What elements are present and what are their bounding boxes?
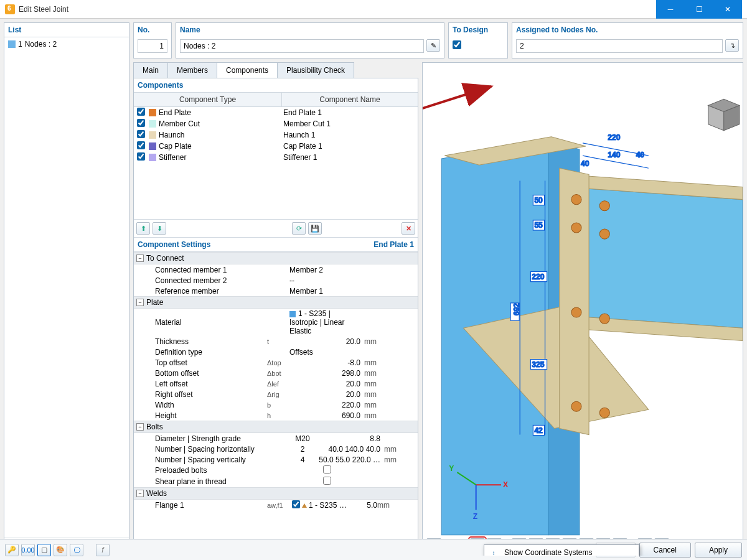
color-button[interactable]: 🎨 <box>54 544 67 556</box>
svg-text:220: 220 <box>608 133 620 142</box>
collapse-icon[interactable]: − <box>136 299 144 306</box>
components-table: Component Type Component Name End Plate … <box>134 93 418 220</box>
component-checkbox[interactable] <box>137 141 145 149</box>
color-swatch <box>149 131 156 139</box>
to-design-checkbox[interactable] <box>453 40 461 49</box>
svg-text:55: 55 <box>534 221 543 230</box>
move-up-button[interactable]: ⬆ <box>136 222 150 235</box>
edit-name-button[interactable]: ✎ <box>426 39 440 52</box>
nodes-input[interactable] <box>516 39 723 53</box>
table-row[interactable]: Stiffener Stiffener 1 <box>134 152 418 163</box>
save-button[interactable]: 💾 <box>308 222 322 235</box>
nodes-label: Assigned to Nodes No. <box>516 26 739 34</box>
property-checkbox[interactable] <box>323 477 331 485</box>
tab-components[interactable]: Components <box>217 62 278 78</box>
refresh-button[interactable]: ⟳ <box>292 222 306 235</box>
svg-text:50: 50 <box>534 196 543 205</box>
list-panel: List 1 Nodes : 2 ✳ ❐ ⇅ ▾ ✕ <box>4 22 129 556</box>
table-row[interactable]: Haunch Haunch 1 <box>134 129 418 141</box>
no-field-box: No. <box>133 22 172 58</box>
property-row[interactable]: Diameter | Strength gradeM208.8 <box>134 433 418 444</box>
delete-component-button[interactable]: ✕ <box>402 222 415 235</box>
color-swatch <box>149 142 156 150</box>
svg-text:692: 692 <box>512 303 521 315</box>
menu-show-coord-systems[interactable]: ↕ Show Coordinate Systems <box>484 545 639 556</box>
units-button[interactable]: 🔑 <box>5 544 19 556</box>
property-row[interactable]: Widthb220.0mm <box>134 399 418 410</box>
tab-main[interactable]: Main <box>133 62 168 78</box>
pick-nodes-button[interactable]: ↴ <box>725 39 739 52</box>
property-row[interactable]: Definition typeOffsets <box>134 347 418 357</box>
list-item[interactable]: 1 Nodes : 2 <box>6 39 128 50</box>
display-options-menu: ↕ Show Coordinate Systems ⟷ Show Dimensi… <box>484 544 639 556</box>
collapse-icon[interactable]: − <box>136 490 144 497</box>
collapse-icon[interactable]: − <box>136 423 144 431</box>
svg-point-11 <box>599 229 609 239</box>
property-row[interactable]: Thicknesst20.0mm <box>134 336 418 347</box>
no-label: No. <box>138 26 167 34</box>
component-checkbox[interactable] <box>137 152 145 161</box>
name-field-box: Name ✎ <box>176 22 444 58</box>
color-swatch <box>149 120 156 128</box>
cancel-button[interactable]: Cancel <box>639 543 691 558</box>
property-checkbox[interactable] <box>323 465 331 474</box>
svg-text:40: 40 <box>581 159 590 168</box>
color-swatch <box>149 154 156 161</box>
property-row[interactable]: Number | Spacing horizontally240.0 140.0… <box>134 444 418 454</box>
to-design-label: To Design <box>453 26 504 34</box>
name-label: Name <box>180 26 440 34</box>
collapse-icon[interactable]: − <box>136 254 144 262</box>
property-row[interactable]: Number | Spacing vertically450.0 55.0 22… <box>134 454 418 465</box>
svg-text:X: X <box>503 480 508 489</box>
property-row[interactable]: Top offsetΔtop-8.0mm <box>134 357 418 368</box>
svg-line-18 <box>583 156 595 158</box>
svg-text:40: 40 <box>636 151 645 159</box>
table-row[interactable]: Cap Plate Cap Plate 1 <box>134 141 418 152</box>
svg-text:Z: Z <box>473 512 478 521</box>
svg-text:220: 220 <box>532 273 544 281</box>
name-input[interactable] <box>180 39 424 53</box>
function-button[interactable]: f <box>96 544 110 556</box>
color-swatch <box>149 109 156 116</box>
group-header[interactable]: −To Connect <box>134 252 418 264</box>
property-row[interactable]: Preloaded bolts <box>134 465 418 476</box>
display-button[interactable]: 🖵 <box>70 544 83 556</box>
property-row[interactable]: Bottom offsetΔbot298.0mm <box>134 368 418 378</box>
svg-point-12 <box>571 307 581 317</box>
table-row[interactable]: End Plate End Plate 1 <box>134 107 418 118</box>
window-title: Edit Steel Joint <box>19 5 68 14</box>
property-row[interactable]: Connected member 1Member 2 <box>134 264 418 275</box>
svg-point-8 <box>571 195 581 205</box>
decimals-button[interactable]: 0.00 <box>21 544 35 556</box>
property-row[interactable]: Shear plane in thread <box>134 476 418 487</box>
group-header[interactable]: −Bolts <box>134 421 418 433</box>
component-checkbox[interactable] <box>137 108 145 116</box>
close-button[interactable]: ✕ <box>713 0 742 19</box>
group-header[interactable]: −Plate <box>134 296 418 309</box>
maximize-button[interactable]: ☐ <box>685 0 713 19</box>
to-design-box: To Design <box>448 22 508 58</box>
settings-grid[interactable]: −To ConnectConnected member 1Member 2Con… <box>134 252 418 544</box>
property-row[interactable]: Right offsetΔrig20.0mm <box>134 389 418 399</box>
component-checkbox[interactable] <box>137 119 145 127</box>
tab-plausibility[interactable]: Plausibility Check <box>277 62 354 78</box>
axes-icon: ↕ <box>488 548 499 556</box>
property-row[interactable]: Heighth690.0mm <box>134 410 418 421</box>
property-row[interactable]: Flange 1aw,f11 - S235 …5.0mm <box>134 500 418 511</box>
tab-members[interactable]: Members <box>167 62 217 78</box>
table-row[interactable]: Member Cut Member Cut 1 <box>134 118 418 129</box>
no-input[interactable] <box>138 39 167 53</box>
minimize-button[interactable]: ─ <box>656 0 685 19</box>
property-row[interactable]: Connected member 2-- <box>134 275 418 286</box>
viewer-3d[interactable]: 220 40 140 40 50 55 220 325 42 69 <box>422 62 743 556</box>
property-row[interactable]: Material1 - S235 | Isotropic | Linear El… <box>134 309 418 336</box>
show-model-button[interactable]: ▢ <box>37 544 51 556</box>
group-header[interactable]: −Welds <box>134 487 418 500</box>
svg-text:140: 140 <box>608 151 620 159</box>
move-down-button[interactable]: ⬇ <box>153 222 166 235</box>
component-checkbox[interactable] <box>137 130 145 138</box>
titlebar: Edit Steel Joint ─ ☐ ✕ <box>0 0 747 19</box>
property-row[interactable]: Reference memberMember 1 <box>134 286 418 296</box>
apply-button[interactable]: Apply <box>695 543 742 558</box>
property-row[interactable]: Left offsetΔlef20.0mm <box>134 378 418 389</box>
